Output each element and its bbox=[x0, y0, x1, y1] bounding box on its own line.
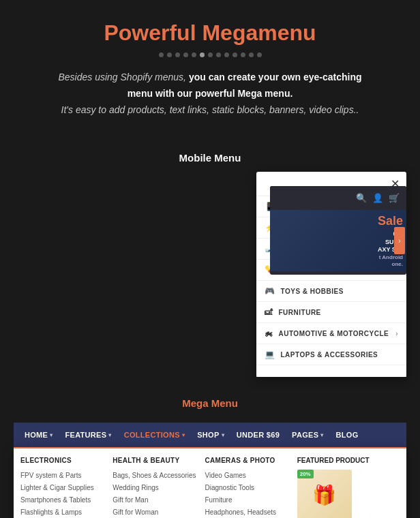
col-health-title: HEALTH & BEAUTY bbox=[112, 457, 198, 464]
mega-col-health: HEALTH & BEAUTY Bags, Shoes & Accessorie… bbox=[112, 457, 198, 518]
menu-fade bbox=[256, 367, 406, 377]
featured-title: FEATURED PRODUCT bbox=[297, 457, 400, 464]
desc-sub: It's easy to add products, text links, s… bbox=[61, 104, 359, 115]
mobile-menu-section: Mobile Menu ✕ 📱 SMARTPHONES & TABLETS › … bbox=[14, 145, 406, 377]
nav-features-label: FEATURES bbox=[65, 431, 107, 439]
dot-9[interactable] bbox=[224, 52, 229, 57]
list-item[interactable]: FPV system & Parts bbox=[20, 470, 106, 482]
automotive-icon: 🏍 bbox=[265, 329, 273, 338]
carousel-dots bbox=[14, 52, 406, 57]
dot-1[interactable] bbox=[159, 52, 164, 57]
mobile-menu-item[interactable]: 🏍 AUTOMOTIVE & MOTORCYCLE › bbox=[256, 323, 406, 344]
dot-2[interactable] bbox=[167, 52, 172, 57]
mobile-menu-item[interactable]: 🎮 TOYS & HOBBIES bbox=[256, 281, 406, 302]
nav-chevron-icon: ▾ bbox=[222, 432, 224, 438]
list-item[interactable]: Gift for Woman bbox=[112, 506, 198, 518]
list-item[interactable]: Video Games bbox=[205, 470, 290, 482]
dot-4[interactable] bbox=[183, 52, 188, 57]
nav-blog[interactable]: BLOG bbox=[331, 423, 364, 447]
page-title: Powerful Megamenu bbox=[14, 20, 406, 46]
nav-blog-label: BLOG bbox=[336, 431, 359, 439]
dot-6-active[interactable] bbox=[200, 52, 205, 57]
mobile-menu-item[interactable]: 🛋 FURNITURE bbox=[256, 302, 406, 323]
toys-icon: 🎮 bbox=[265, 286, 275, 296]
topbar-icons: 🔍 👤 🛒 bbox=[356, 193, 400, 203]
dot-3[interactable] bbox=[175, 52, 180, 57]
list-item[interactable]: Furniture bbox=[205, 494, 290, 506]
nav-chevron-icon: ▾ bbox=[320, 432, 323, 438]
laptop-icon: 💻 bbox=[265, 350, 275, 359]
nav-under69[interactable]: UNDER $69 bbox=[231, 423, 285, 447]
nav-under69-label: UNDER $69 bbox=[237, 431, 280, 439]
list-item[interactable]: Smartphones & Tablets bbox=[20, 494, 106, 506]
mega-col-electronics: ELECTRONICS FPV system & Parts Lighter &… bbox=[20, 457, 106, 518]
list-item[interactable]: Diagnostic Tools bbox=[205, 482, 290, 494]
dot-7[interactable] bbox=[208, 52, 213, 57]
col-cameras-title: CAMERAS & PHOTO bbox=[205, 457, 290, 464]
title-highlight: Megamenu bbox=[202, 20, 316, 45]
mobile-menu-item[interactable]: 💻 LAPTOPS & ACCESSORIES bbox=[256, 344, 406, 365]
description: Besides using Shopify menus, you can cre… bbox=[46, 70, 374, 118]
product-image-container: 20% 🎁 bbox=[297, 470, 352, 518]
website-preview: 🔍 👤 🛒 Sale Off SUNG AXY S8+ t Androidone… bbox=[270, 186, 406, 275]
nav-home-label: HOME bbox=[25, 431, 48, 439]
mobile-item-label: TOYS & HOBBIES bbox=[281, 288, 344, 295]
search-icon[interactable]: 🔍 bbox=[356, 193, 367, 203]
dot-13[interactable] bbox=[257, 52, 262, 57]
list-item[interactable]: Flashlights & Lamps bbox=[20, 506, 106, 518]
user-icon[interactable]: 👤 bbox=[372, 193, 383, 203]
list-item[interactable]: Lighter & Cigar Supplies bbox=[20, 482, 106, 494]
dot-5[interactable] bbox=[192, 52, 196, 57]
site-banner: Sale Off SUNG AXY S8+ t Androidone. › bbox=[270, 210, 406, 271]
desc-italic: Besides using Shopify menus, bbox=[58, 72, 188, 82]
nav-collections[interactable]: COLLECTIONS ▾ bbox=[119, 423, 190, 447]
list-item[interactable]: Wedding Rings bbox=[112, 482, 198, 494]
furniture-icon: 🛋 bbox=[265, 307, 273, 317]
nav-shop-label: SHOP bbox=[197, 431, 219, 439]
col-electronics-title: ELECTRONICS bbox=[20, 457, 106, 464]
mobile-menu-label: Mobile Menu bbox=[14, 145, 406, 164]
nav-features[interactable]: FEATURES ▾ bbox=[60, 423, 117, 447]
nav-chevron-icon: ▾ bbox=[50, 432, 52, 438]
demo-area: Mobile Menu ✕ 📱 SMARTPHONES & TABLETS › … bbox=[0, 145, 420, 391]
mega-dropdown: ELECTRONICS FPV system & Parts Lighter &… bbox=[14, 447, 406, 518]
nav-chevron-icon: ▾ bbox=[108, 432, 111, 438]
nav-collections-label: COLLECTIONS bbox=[124, 431, 180, 439]
banner-arrow-icon[interactable]: › bbox=[394, 227, 405, 254]
dot-10[interactable] bbox=[232, 52, 237, 57]
navbar: HOME ▾ FEATURES ▾ COLLECTIONS ▾ SHOP ▾ U… bbox=[14, 423, 406, 447]
mega-menu-label: Mega Menu bbox=[14, 391, 406, 409]
mega-menu-section: Mega Menu HOME ▾ FEATURES ▾ COLLECTIONS … bbox=[0, 391, 420, 518]
list-item[interactable]: Gift for Man bbox=[112, 494, 198, 506]
mega-menu-container: HOME ▾ FEATURES ▾ COLLECTIONS ▾ SHOP ▾ U… bbox=[14, 423, 406, 518]
list-item[interactable]: Bags, Shoes & Accessories bbox=[112, 470, 198, 482]
nav-pages[interactable]: PAGES ▾ bbox=[286, 423, 329, 447]
banner-tagline: t Androidone. bbox=[378, 254, 403, 269]
mobile-item-label: LAPTOPS & ACCESSORIES bbox=[281, 351, 378, 359]
dot-11[interactable] bbox=[241, 52, 245, 57]
featured-product-col: FEATURED PRODUCT 20% 🎁 Shank Swine Shoul… bbox=[297, 457, 400, 518]
nav-pages-label: PAGES bbox=[292, 431, 318, 439]
chevron-right-icon: › bbox=[395, 330, 398, 337]
nav-shop[interactable]: SHOP ▾ bbox=[192, 423, 230, 447]
mobile-item-label: AUTOMOTIVE & MOTORCYCLE bbox=[279, 330, 389, 337]
dot-8[interactable] bbox=[216, 52, 221, 57]
nav-chevron-icon: ▾ bbox=[182, 432, 185, 438]
header-section: Powerful Megamenu Besides using Shopify … bbox=[0, 0, 420, 145]
mega-col-cameras: CAMERAS & PHOTO Video Games Diagnostic T… bbox=[205, 457, 290, 518]
dot-12[interactable] bbox=[249, 52, 254, 57]
list-item[interactable]: Headphones, Headsets bbox=[205, 506, 290, 518]
mobile-item-label: FURNITURE bbox=[279, 309, 321, 316]
product-badge: 20% bbox=[297, 470, 314, 478]
nav-home[interactable]: HOME ▾ bbox=[19, 423, 59, 447]
cart-icon[interactable]: 🛒 bbox=[389, 193, 400, 203]
title-plain: Powerful bbox=[104, 20, 202, 45]
site-topbar: 🔍 👤 🛒 bbox=[270, 186, 406, 210]
